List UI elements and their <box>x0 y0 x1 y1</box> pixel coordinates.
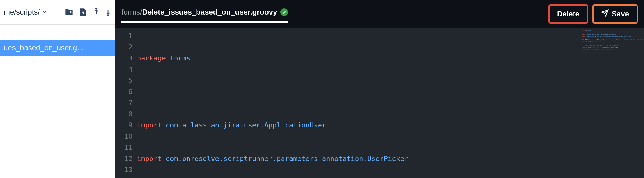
line-number: 1 <box>115 30 133 42</box>
minimap[interactable]: package forms import com.atlassian.jira.… <box>579 28 644 178</box>
line-number: 8 <box>115 109 133 120</box>
line-number: 11 <box>115 142 133 153</box>
delete-button-label: Delete <box>557 10 579 18</box>
new-file-icon[interactable] <box>79 8 88 16</box>
line-number: 7 <box>115 97 133 109</box>
svg-point-3 <box>107 15 109 16</box>
tab-path-file: Delete_issues_based_on_user.groovy <box>142 8 277 16</box>
save-button-label: Save <box>612 10 629 18</box>
code-token: forms <box>166 54 190 62</box>
line-gutter: 1 2 3 4 5 6 7 8 9 10 11 12 13 <box>115 28 137 178</box>
file-item-selected[interactable]: ues_based_on_user.g... <box>0 40 115 56</box>
new-folder-icon[interactable] <box>65 8 73 16</box>
status-ok-icon <box>280 8 288 16</box>
editor-panel: forms/Delete_issues_based_on_user.groovy… <box>115 0 644 178</box>
breadcrumb-path: me/scripts/ <box>4 8 40 16</box>
line-number: 12 <box>115 153 133 164</box>
line-number: 13 <box>115 164 133 176</box>
editor-tab[interactable]: forms/Delete_issues_based_on_user.groovy <box>121 8 288 23</box>
code-content[interactable]: package forms import com.atlassian.jira.… <box>137 28 579 178</box>
line-number: 2 <box>115 42 133 53</box>
breadcrumb[interactable]: me/scripts/ <box>4 8 47 16</box>
code-token: package <box>137 54 166 62</box>
file-list: ues_based_on_user.g... <box>0 25 115 178</box>
code-token: com.onresolve.scriptrunner.parameters.an… <box>161 155 408 162</box>
line-number: 4 <box>115 64 133 75</box>
sidebar-toolbar-actions <box>65 8 111 16</box>
svg-point-1 <box>96 8 97 9</box>
collapse-icon[interactable] <box>93 8 99 16</box>
line-number: 6 <box>115 86 133 97</box>
chevron-down-icon <box>42 8 47 16</box>
code-token: import <box>137 155 161 162</box>
expand-icon[interactable] <box>105 8 111 16</box>
line-number: 3 <box>115 53 133 64</box>
code-editor[interactable]: 1 2 3 4 5 6 7 8 9 10 11 12 13 package fo… <box>115 28 644 178</box>
tab-path: forms/Delete_issues_based_on_user.groovy <box>121 8 277 16</box>
code-token: com.atlassian.jira.user.ApplicationUser <box>161 121 326 129</box>
line-number: 9 <box>115 120 133 131</box>
editor-actions: Delete Save <box>548 4 638 26</box>
delete-button[interactable]: Delete <box>548 4 588 24</box>
save-icon <box>601 9 609 19</box>
line-number: 5 <box>115 75 133 86</box>
editor-header: forms/Delete_issues_based_on_user.groovy… <box>115 0 644 26</box>
tab-path-dir: forms/ <box>121 8 142 16</box>
file-sidebar: me/scripts/ ues_based_on_user.g... <box>0 0 115 178</box>
code-token: import <box>137 121 161 129</box>
save-button[interactable]: Save <box>592 4 638 24</box>
line-number: 10 <box>115 131 133 142</box>
sidebar-toolbar: me/scripts/ <box>0 0 115 25</box>
